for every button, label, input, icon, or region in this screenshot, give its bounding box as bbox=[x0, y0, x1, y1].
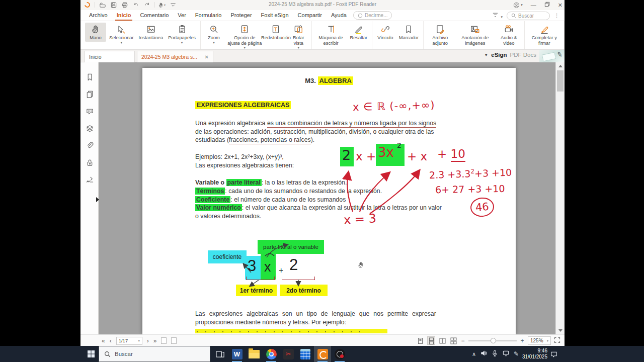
scrollbar-thumb[interactable] bbox=[557, 70, 564, 92]
close-button[interactable]: ✕ bbox=[558, 0, 562, 10]
last-page-button[interactable]: » bbox=[153, 337, 157, 345]
layers-panel-icon[interactable] bbox=[80, 120, 99, 137]
microphone-icon[interactable] bbox=[492, 349, 498, 358]
display-icon[interactable] bbox=[503, 349, 509, 358]
menu-archivo[interactable]: Archivo bbox=[85, 10, 112, 21]
scroll-up-icon[interactable] bbox=[558, 65, 562, 67]
signatures-panel-icon[interactable] bbox=[80, 171, 99, 188]
hidden-icons-chevron[interactable]: ∧ bbox=[472, 351, 476, 357]
zoom-button[interactable]: Zoom▾ bbox=[203, 23, 224, 45]
typewriter-icon bbox=[326, 24, 336, 34]
start-button[interactable] bbox=[84, 346, 99, 362]
chrome-taskbar-icon[interactable] bbox=[263, 346, 280, 362]
notification-center-icon[interactable] bbox=[550, 346, 557, 362]
foxit-window: ▾ 2024-25 M3 algebra sub.pdf - Foxit PDF… bbox=[80, 0, 565, 346]
zoom-in-button[interactable]: + bbox=[520, 337, 525, 344]
next-page-button[interactable]: › bbox=[147, 337, 149, 345]
title-bar: ▾ 2024-25 M3 algebra sub.pdf - Foxit PDF… bbox=[80, 0, 565, 10]
mano-button[interactable]: Mano bbox=[85, 23, 106, 42]
undo-icon[interactable] bbox=[132, 1, 139, 9]
v-nculo-button[interactable]: Vínculo bbox=[375, 23, 396, 42]
zoom-slider-thumb[interactable] bbox=[491, 338, 496, 343]
fit-screen-icon[interactable] bbox=[554, 336, 560, 345]
menu-ver[interactable]: Ver bbox=[173, 10, 191, 21]
foxit-taskbar-icon[interactable] bbox=[314, 346, 331, 362]
taskbar-search-box[interactable]: Buscar bbox=[99, 346, 210, 362]
audio-video-button[interactable]: Audio & video bbox=[496, 23, 521, 47]
zoom-out-button[interactable]: − bbox=[460, 337, 465, 344]
facing-continuous-layout-icon[interactable] bbox=[449, 336, 457, 345]
rotar-vista-button[interactable]: Rotar vista▾ bbox=[288, 23, 309, 50]
account-icon[interactable]: ▾ bbox=[513, 2, 523, 9]
anotaci-n-de-im-genes-button[interactable]: Anotación de imágenes bbox=[455, 23, 495, 47]
bookmarks-panel-icon[interactable] bbox=[80, 68, 99, 85]
speaker-icon[interactable] bbox=[480, 349, 487, 358]
menu-comentario[interactable]: Comentario bbox=[135, 10, 173, 21]
redistribuci-n-button[interactable]: Redistribución bbox=[265, 23, 287, 42]
open-file-icon[interactable] bbox=[99, 1, 106, 9]
menu-formulario[interactable]: Formulario bbox=[191, 10, 226, 21]
zoom-icon bbox=[209, 24, 219, 34]
pages-panel-icon[interactable] bbox=[80, 85, 99, 103]
page-number-input[interactable]: 1/17▾ bbox=[116, 337, 142, 345]
menu-inicio[interactable]: Inicio bbox=[112, 10, 136, 21]
minimize-button[interactable]: — bbox=[531, 0, 536, 10]
search-filter-icon[interactable]: ▾ bbox=[492, 11, 503, 20]
taskbar-apps: W✂ bbox=[211, 346, 348, 362]
seleccionar-button[interactable]: Seleccionar▾ bbox=[107, 23, 136, 45]
comments-panel-icon[interactable] bbox=[80, 103, 99, 120]
prev-page-button[interactable]: ‹ bbox=[110, 337, 112, 345]
continuous-layout-icon[interactable] bbox=[427, 336, 435, 345]
hand-tool-icon[interactable]: ▾ bbox=[158, 1, 166, 9]
tab-document[interactable]: 2024-25 M3 algebra s... ✕ bbox=[137, 51, 213, 62]
tell-me-box[interactable]: Decirme... bbox=[353, 11, 392, 20]
next-view-icon[interactable] bbox=[171, 337, 177, 344]
obs-taskbar-icon[interactable] bbox=[331, 346, 348, 362]
scroll-down-icon[interactable] bbox=[558, 329, 562, 332]
calculator-taskbar-icon[interactable] bbox=[297, 346, 314, 362]
menu-compartir[interactable]: Compartir bbox=[293, 10, 327, 21]
resaltar-button[interactable]: Resaltar bbox=[348, 23, 369, 42]
archivo-adjunto-button[interactable]: Archivo adjunto bbox=[426, 23, 454, 47]
redo-icon[interactable] bbox=[143, 1, 150, 9]
opci-n-de-ajuste-de-p-gina-button[interactable]: Opción de ajuste de página▾ bbox=[225, 23, 264, 50]
foxit-logo-icon[interactable] bbox=[84, 1, 91, 9]
print-icon[interactable] bbox=[121, 1, 128, 9]
pdf-page[interactable]: M3. ALGEBRA EXPRESIONES ALGEBRAICAS x ∈ … bbox=[142, 68, 516, 334]
instant-nea-button[interactable]: Instantánea bbox=[137, 23, 166, 42]
esign-banner[interactable]: ▼ eSign PDF Docs bbox=[484, 52, 536, 58]
esign-promo-image[interactable]: ✎ bbox=[539, 50, 565, 62]
vertical-scrollbar[interactable] bbox=[555, 62, 565, 334]
search-box[interactable]: Buscar bbox=[507, 12, 550, 20]
menu-ayuda[interactable]: Ayuda bbox=[327, 10, 351, 21]
save-icon[interactable] bbox=[110, 1, 117, 9]
portapapeles-button[interactable]: Portapapeles▾ bbox=[166, 23, 198, 45]
marcador-button[interactable]: Marcador bbox=[397, 23, 421, 42]
menu-foxit-esign[interactable]: Foxit eSign bbox=[257, 10, 293, 21]
task-view-taskbar-icon[interactable] bbox=[211, 346, 228, 362]
word-taskbar-icon[interactable]: W bbox=[228, 346, 246, 362]
video-app-taskbar-icon[interactable]: ✂ bbox=[280, 346, 297, 362]
paragraph2-line1: Las expresiones algebraicas son un tipo … bbox=[195, 310, 436, 317]
facing-layout-icon[interactable] bbox=[438, 336, 446, 345]
tienen-line: Las expresiones algebraicas tienen: bbox=[195, 162, 294, 169]
paragraph2-line2: proposiciones mediante números y letras.… bbox=[195, 319, 346, 326]
first-page-button[interactable]: « bbox=[102, 337, 105, 345]
menu-proteger[interactable]: Proteger bbox=[226, 10, 256, 21]
customize-toolbar-icon[interactable] bbox=[169, 1, 177, 9]
taskbar-clock[interactable]: 9:46 31/01/2025 bbox=[510, 346, 548, 362]
restore-button[interactable] bbox=[544, 0, 550, 10]
zoom-slider[interactable] bbox=[468, 340, 517, 341]
single-page-layout-icon[interactable] bbox=[416, 336, 424, 345]
file-explorer-taskbar-icon[interactable] bbox=[246, 346, 263, 362]
m-quina-de-escribir-button[interactable]: Máquina de escribir bbox=[314, 23, 347, 47]
close-tab-icon[interactable]: ✕ bbox=[205, 54, 209, 60]
attachments-panel-icon[interactable] bbox=[80, 137, 99, 154]
document-tab-bar: Inicio 2024-25 M3 algebra s... ✕ ▼ eSign… bbox=[80, 50, 565, 62]
completar-y-firmar-button[interactable]: Completar y firmar bbox=[527, 23, 562, 47]
zoom-level-input[interactable]: 125%▾ bbox=[528, 336, 551, 345]
more-options-icon[interactable]: ⋮ bbox=[554, 13, 559, 19]
prev-view-icon[interactable] bbox=[161, 337, 167, 344]
tab-start[interactable]: Inicio bbox=[85, 51, 135, 62]
security-panel-icon[interactable] bbox=[80, 154, 99, 171]
